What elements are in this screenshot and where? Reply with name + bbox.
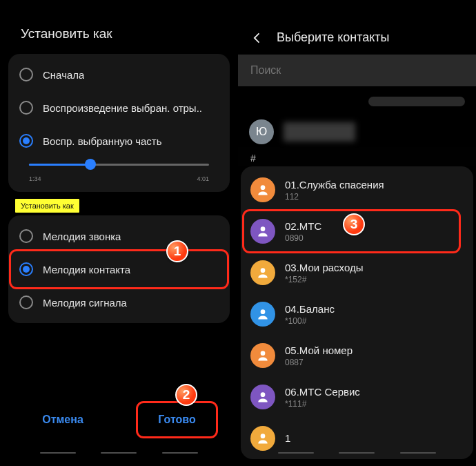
- trim-slider[interactable]: [29, 157, 209, 173]
- avatar-icon: [250, 426, 275, 451]
- contact-row[interactable]: 02.МТС0890: [241, 211, 473, 252]
- index-letter: #: [238, 147, 476, 166]
- contact-name: 05.Мой номер: [285, 344, 353, 357]
- contact-sub: 0890: [285, 233, 321, 243]
- gesture-bar: [0, 452, 238, 454]
- svg-point-4: [261, 351, 266, 356]
- set-as-label: Мелодия сигнала: [43, 297, 127, 309]
- playback-option-selected-fragment[interactable]: Воспроизведение выбран. отры..: [8, 91, 230, 124]
- set-as-ringtone[interactable]: Мелодия звонка: [8, 220, 230, 253]
- contact-sub: *111#: [285, 399, 360, 409]
- contact-sub: *152#: [285, 275, 363, 284]
- contact-row[interactable]: 05.Мой номер0887: [241, 335, 473, 376]
- playback-option-selected-part[interactable]: Воспр. выбранную часть: [8, 124, 230, 157]
- radio-checked-icon: [19, 262, 33, 276]
- header-title: Выберите контакты: [277, 30, 390, 45]
- contact-name: 02.МТС: [285, 220, 321, 233]
- set-as-alarm[interactable]: Мелодия сигнала: [8, 286, 230, 319]
- contact-name: 04.Баланс: [285, 303, 335, 315]
- playback-option-label: Воспроизведение выбран. отры..: [43, 102, 202, 114]
- set-as-contact-ringtone[interactable]: Мелодия контакта: [8, 253, 230, 286]
- radio-unchecked-icon: [19, 68, 33, 81]
- search-input[interactable]: [238, 55, 476, 86]
- page-title: Установить как: [8, 12, 230, 54]
- section-chip: Установить как: [15, 199, 79, 213]
- playback-card: Сначала Воспроизведение выбран. отры.. В…: [8, 54, 230, 192]
- contact-row[interactable]: 01.Служба спасения112: [241, 169, 473, 211]
- svg-point-1: [261, 226, 266, 231]
- contact-name: 1: [285, 432, 290, 445]
- avatar-letter: Ю: [249, 119, 274, 144]
- playback-option-label: Воспр. выбранную часть: [43, 135, 162, 147]
- svg-point-0: [261, 185, 266, 190]
- gesture-bar: [238, 452, 476, 454]
- playback-option-from-start[interactable]: Сначала: [8, 58, 230, 91]
- playback-option-label: Сначала: [43, 69, 84, 81]
- contact-row[interactable]: 04.Баланс*100#: [241, 293, 473, 335]
- blurred-name: [284, 122, 355, 142]
- set-as-label: Мелодия контакта: [43, 264, 130, 275]
- avatar-icon: [250, 385, 275, 409]
- placeholder-line: [368, 97, 465, 106]
- svg-point-2: [261, 268, 266, 273]
- cancel-button[interactable]: Отмена: [21, 402, 104, 437]
- contact-name: 01.Служба спасения: [285, 179, 384, 191]
- contact-sub: *100#: [285, 316, 335, 326]
- avatar-icon: [250, 302, 275, 327]
- avatar-icon: [250, 260, 275, 285]
- svg-point-5: [261, 392, 266, 397]
- radio-checked-icon: [19, 134, 33, 148]
- contact-sub: 0887: [285, 358, 353, 367]
- svg-point-6: [261, 434, 266, 438]
- radio-unchecked-icon: [19, 295, 33, 309]
- contact-name: 06.МТС Сервис: [285, 386, 360, 398]
- contact-row[interactable]: 06.МТС Сервис*111#: [241, 376, 473, 418]
- contact-row[interactable]: 03.Мои расходы*152#: [241, 252, 473, 293]
- time-end: 4:01: [197, 175, 209, 182]
- set-as-card: Мелодия звонка Мелодия контакта Мелодия …: [8, 215, 230, 323]
- back-icon[interactable]: [250, 31, 264, 45]
- time-start: 1:34: [29, 175, 41, 182]
- done-button[interactable]: Готово: [137, 402, 216, 437]
- set-as-label: Мелодия звонка: [43, 231, 121, 242]
- contacts-list: 01.Служба спасения112 02.МТС0890 03.Мои …: [241, 166, 473, 459]
- avatar-icon: [250, 343, 275, 368]
- svg-point-3: [261, 309, 266, 314]
- contact-name: 03.Мои расходы: [285, 262, 363, 274]
- radio-unchecked-icon: [19, 101, 33, 115]
- my-profile-row[interactable]: Ю: [238, 117, 476, 147]
- favorites-row[interactable]: [238, 86, 476, 117]
- avatar-icon: [250, 177, 275, 202]
- contact-sub: 112: [285, 192, 384, 202]
- radio-unchecked-icon: [19, 229, 33, 243]
- avatar-icon: [250, 219, 275, 244]
